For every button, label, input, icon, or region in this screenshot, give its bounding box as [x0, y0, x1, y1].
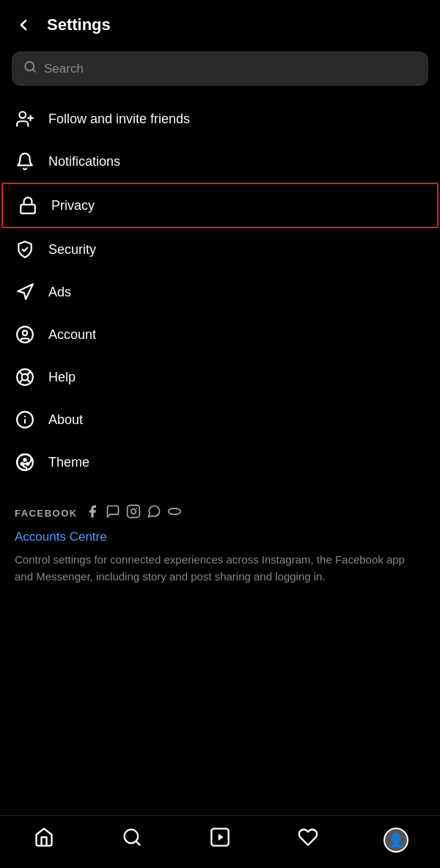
palette-icon: [15, 453, 35, 472]
reels-icon: [210, 827, 230, 853]
messenger-icon: [106, 504, 120, 522]
sidebar-item-security[interactable]: Security: [0, 228, 440, 271]
sidebar-item-ads[interactable]: Ads: [0, 271, 440, 313]
sidebar-item-about[interactable]: About: [0, 398, 440, 441]
page-title: Settings: [47, 15, 111, 34]
meta-icon: [167, 504, 182, 522]
shield-icon: [15, 240, 35, 259]
svg-point-21: [23, 459, 26, 461]
info-icon: [15, 410, 35, 429]
bottom-nav: 👤: [0, 815, 440, 868]
back-button[interactable]: [12, 13, 35, 37]
megaphone-icon: [15, 282, 35, 302]
sidebar-item-help[interactable]: Help: [0, 356, 440, 398]
svg-line-27: [136, 841, 139, 845]
accounts-centre-link[interactable]: Accounts Centre: [15, 530, 425, 544]
svg-line-10: [19, 371, 23, 375]
svg-point-7: [23, 331, 28, 336]
instagram-icon: [126, 504, 141, 522]
sidebar-item-notifications[interactable]: Notifications: [0, 140, 440, 183]
svg-line-1: [32, 69, 34, 71]
lock-icon: [18, 196, 38, 215]
avatar: 👤: [384, 828, 408, 853]
nav-reels[interactable]: [202, 824, 238, 856]
facebook-section: FACEBOOK: [0, 489, 440, 591]
search-icon: [23, 60, 37, 77]
about-label: About: [48, 412, 83, 428]
svg-marker-29: [219, 834, 224, 840]
security-label: Security: [48, 242, 96, 258]
facebook-icons-row: [85, 504, 182, 522]
header: Settings: [0, 0, 440, 45]
sidebar-item-account[interactable]: Account: [0, 313, 440, 356]
search-placeholder-text: Search: [44, 62, 84, 76]
menu-list: Follow and invite friends Notifications …: [0, 98, 440, 489]
account-icon: [15, 325, 35, 344]
svg-line-11: [27, 379, 31, 383]
svg-rect-5: [21, 205, 35, 214]
theme-label: Theme: [48, 455, 89, 470]
svg-rect-22: [127, 506, 139, 518]
facebook-brand-row: FACEBOOK: [15, 504, 425, 522]
svg-line-14: [19, 379, 23, 383]
help-label: Help: [48, 370, 76, 385]
sidebar-item-theme[interactable]: Theme: [0, 441, 440, 484]
follow-icon: [15, 109, 35, 128]
facebook-brand-label: FACEBOOK: [15, 508, 78, 519]
nav-home[interactable]: [26, 824, 62, 856]
svg-point-23: [131, 509, 136, 514]
nav-search-icon: [122, 827, 142, 853]
lifebuoy-icon: [15, 368, 35, 387]
whatsapp-icon: [147, 504, 161, 522]
svg-point-2: [19, 112, 26, 118]
nav-likes[interactable]: [290, 824, 326, 856]
heart-icon: [298, 827, 318, 853]
follow-label: Follow and invite friends: [48, 112, 190, 127]
avatar-placeholder: 👤: [388, 832, 404, 848]
svg-point-24: [136, 508, 137, 509]
search-container: Search: [0, 45, 440, 98]
ads-label: Ads: [48, 285, 71, 300]
sidebar-item-follow[interactable]: Follow and invite friends: [0, 98, 440, 140]
bell-icon: [15, 152, 35, 171]
svg-line-13: [27, 372, 30, 375]
search-bar[interactable]: Search: [12, 51, 428, 86]
facebook-icon: [85, 504, 100, 522]
home-icon: [34, 827, 54, 853]
nav-search[interactable]: [114, 824, 150, 856]
svg-point-25: [168, 508, 180, 514]
nav-profile[interactable]: 👤: [378, 824, 414, 856]
account-label: Account: [48, 327, 96, 343]
sidebar-item-privacy[interactable]: Privacy: [1, 183, 439, 228]
notifications-label: Notifications: [48, 154, 120, 169]
accounts-centre-description: Control settings for connected experienc…: [15, 552, 425, 585]
privacy-label: Privacy: [51, 198, 95, 214]
